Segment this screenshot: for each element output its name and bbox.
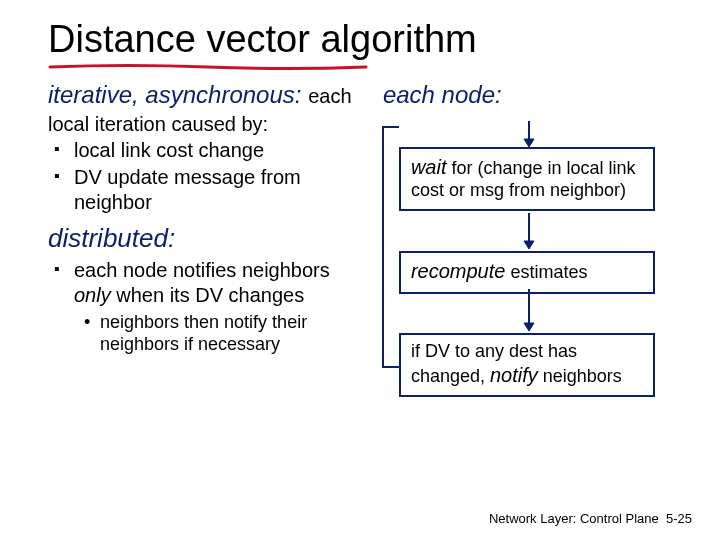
bullet-dv-update: DV update message from neighbor — [74, 165, 365, 215]
title-underline — [48, 63, 368, 67]
iterative-label: iterative, asynchronous: — [48, 81, 301, 108]
footer-page: 5-25 — [666, 511, 692, 526]
notify-box-b: neighbors — [538, 366, 622, 386]
slide-title: Distance vector algorithm — [48, 18, 680, 61]
flowchart: wait for (change in local link cost or m… — [383, 121, 661, 411]
svg-marker-3 — [524, 241, 534, 249]
iterative-heading: iterative, asynchronous: each local iter… — [48, 81, 365, 136]
footer-label: Network Layer: Control Plane — [489, 511, 659, 526]
flow-box-notify: if DV to any dest has changed, notify ne… — [399, 333, 655, 397]
wait-lead: wait — [411, 156, 447, 178]
flow-box-wait: wait for (change in local link cost or m… — [399, 147, 655, 211]
recompute-rest: estimates — [505, 262, 587, 282]
distributed-bullets: each node notifies neighbors only when i… — [48, 258, 365, 308]
arrow-down-icon — [523, 213, 535, 253]
each-node-heading: each node: — [383, 81, 680, 109]
left-column: iterative, asynchronous: each local iter… — [48, 81, 365, 411]
distributed-sub-bullets: neighbors then notify their neighbors if… — [48, 312, 365, 355]
svg-marker-5 — [524, 323, 534, 331]
notify-box-lead: notify — [490, 364, 538, 386]
bullet-notify: each node notifies neighbors only when i… — [74, 258, 365, 308]
iterative-bullets: local link cost change DV update message… — [48, 138, 365, 215]
arrow-loop-icon — [377, 121, 405, 401]
sub-bullet-neighbors: neighbors then notify their neighbors if… — [100, 312, 365, 355]
bullet-link-cost: local link cost change — [74, 138, 365, 163]
notify-text-a: each node notifies neighbors — [74, 259, 330, 281]
flow-box-recompute: recompute estimates — [399, 251, 655, 294]
recompute-lead: recompute — [411, 260, 506, 282]
svg-marker-1 — [524, 139, 534, 147]
slide-footer: Network Layer: Control Plane 5-25 — [489, 511, 692, 526]
arrow-down-icon — [523, 121, 535, 149]
arrow-down-icon — [523, 289, 535, 335]
notify-only: only — [74, 284, 111, 306]
notify-text-b: when its DV changes — [111, 284, 304, 306]
distributed-heading: distributed: — [48, 223, 365, 254]
right-column: each node: wait for (change in local lin… — [383, 81, 680, 411]
